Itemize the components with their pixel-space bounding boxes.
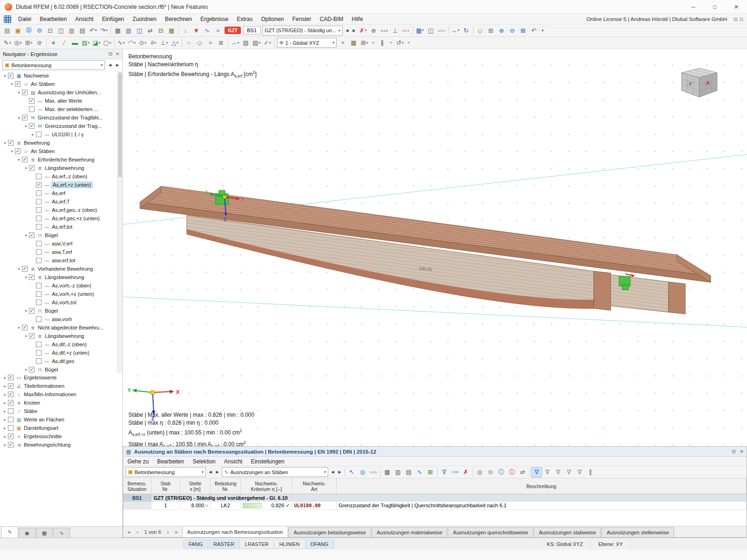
- table-tab-1[interactable]: Ausnutzungen nach Bemessungssituation: [182, 526, 288, 537]
- tree-item[interactable]: —As,vorh,-z (oben): [0, 281, 122, 290]
- checkbox[interactable]: ✓: [22, 325, 28, 330]
- table-view-full-icon[interactable]: ▥: [393, 467, 403, 477]
- find-in-table-icon[interactable]: ◎: [357, 467, 368, 477]
- checkbox[interactable]: [36, 207, 42, 213]
- chevron-down-icon[interactable]: ▾: [16, 158, 22, 162]
- tree-item[interactable]: —As,erf,ges,-z (oben): [0, 206, 122, 214]
- print-icon[interactable]: ⊡: [45, 25, 56, 35]
- checkbox[interactable]: [8, 425, 14, 431]
- section-cut-icon[interactable]: ≈: [205, 38, 216, 48]
- checkbox[interactable]: ✓: [29, 165, 35, 171]
- chevron-down-icon[interactable]: ▾: [23, 309, 29, 313]
- column-header[interactable]: Nachweis-Kriterium η [--]: [241, 478, 292, 494]
- values-on-surfaces-icon[interactable]: x.x.x: [436, 25, 447, 35]
- load-cases-icon[interactable]: ↓: [180, 25, 191, 35]
- snap-toggle-raster[interactable]: RASTER: [208, 540, 240, 548]
- checkbox[interactable]: [36, 249, 42, 255]
- column-header[interactable]: Nachweis-Art: [292, 478, 337, 494]
- table-menu-einstellungen[interactable]: Einstellungen: [247, 457, 289, 466]
- table-group-row[interactable]: BS1 GZT (STR/GEO) - Ständig und vorüberg…: [123, 494, 747, 502]
- checkbox[interactable]: ✓: [8, 392, 14, 397]
- tree-item[interactable]: ▸—UL0100 | 1 / γ: [0, 130, 122, 139]
- clipboard-icon[interactable]: ▤: [77, 25, 88, 35]
- tree-item[interactable]: —asw,V,erf: [0, 239, 122, 248]
- close-button[interactable]: ✕: [726, 0, 747, 14]
- checkbox[interactable]: [36, 283, 42, 288]
- tree-item[interactable]: —As,vorh,tot: [0, 298, 122, 307]
- tree-item[interactable]: —asw,T,erf: [0, 248, 122, 256]
- coordinate-system-status[interactable]: KS: Global XYZ: [539, 540, 590, 548]
- checkbox[interactable]: ✓: [8, 400, 14, 406]
- menu-bearbeiten[interactable]: Bearbeiten: [35, 14, 71, 24]
- work-plane-status[interactable]: Ebene: XY: [590, 540, 630, 548]
- tree-item[interactable]: ▾✓MGrenzzustand der Tragfähi...: [0, 113, 122, 122]
- previous-view-icon[interactable]: ↶: [529, 25, 539, 35]
- snap-toggle-hlinien[interactable]: HLINIEN: [274, 540, 305, 548]
- result-navigator-combo[interactable]: ▣ Betonbemessung ▾: [2, 60, 105, 70]
- tree-item[interactable]: ▸✓↕Max/Min-Informationen: [0, 390, 122, 399]
- visibility-modes-icon[interactable]: ▧▾: [251, 38, 262, 48]
- tree-item[interactable]: —As,erf,T: [0, 197, 122, 206]
- checkbox[interactable]: ✓: [22, 266, 28, 272]
- checkbox[interactable]: [36, 190, 42, 196]
- chevron-right-icon[interactable]: ▸: [2, 409, 8, 413]
- table-row[interactable]: 1 8.000½ LK2 0.826 ✓ UL0100.00 Grenzzust…: [123, 502, 747, 510]
- info-warnings-icon[interactable]: ⓘ: [507, 467, 517, 477]
- table-grid-icon[interactable]: ▦: [113, 25, 123, 35]
- prev-navigator-button[interactable]: ◀: [106, 60, 113, 70]
- menu-ergebnisse[interactable]: Ergebnisse: [196, 14, 233, 24]
- chevron-down-icon[interactable]: ▾: [16, 326, 22, 330]
- column-header[interactable]: Stellex [m]: [180, 478, 211, 494]
- menu-hilfe[interactable]: Hilfe: [347, 14, 367, 24]
- filter-results-icon[interactable]: ∇: [439, 467, 450, 477]
- chevron-right-icon[interactable]: ▸: [2, 401, 8, 405]
- info-comments-icon[interactable]: ⓘ: [496, 467, 507, 477]
- tree-item[interactable]: —As,dif,+z (unten): [0, 349, 122, 357]
- dock-table-panel-icon[interactable]: ⊟: [732, 449, 735, 454]
- navigator-tab-ansichten[interactable]: ▦: [36, 528, 53, 538]
- checkbox[interactable]: ✓: [29, 123, 35, 129]
- filter-member-icon[interactable]: ∇: [574, 467, 585, 477]
- checkbox[interactable]: [36, 224, 42, 230]
- filter-section-icon[interactable]: ∇: [564, 467, 574, 477]
- redo-icon[interactable]: ↷▾: [99, 25, 109, 35]
- snap-toggle-fang[interactable]: FANG: [183, 540, 208, 548]
- checkbox[interactable]: [8, 417, 14, 422]
- decimal-places-icon[interactable]: 0.00: [450, 467, 460, 477]
- menu-ansicht[interactable]: Ansicht: [71, 14, 98, 24]
- table-manager-icon[interactable]: ▦: [166, 25, 177, 35]
- checkbox[interactable]: [36, 199, 42, 204]
- deselect-icon[interactable]: ⊘: [34, 38, 45, 48]
- snap-toggle-lraster[interactable]: LRASTER: [240, 540, 275, 548]
- tree-item[interactable]: ✓—As,erf,+z (unten): [0, 181, 122, 189]
- checkbox[interactable]: [36, 342, 42, 347]
- tree-item[interactable]: —As,erf,tot: [0, 223, 122, 231]
- settings-gear-icon[interactable]: ⚙: [34, 25, 45, 35]
- chevron-down-icon[interactable]: ▾: [16, 116, 22, 120]
- zoom-out-icon[interactable]: ⊖: [507, 25, 518, 35]
- new-opening-icon[interactable]: ▢▾: [102, 38, 113, 48]
- new-member-icon[interactable]: ▬: [70, 38, 80, 48]
- checkbox[interactable]: ✓: [22, 115, 28, 120]
- checkbox[interactable]: ✓: [22, 90, 28, 95]
- chevron-down-icon[interactable]: ▾: [23, 368, 29, 372]
- menu-fenster[interactable]: Fenster: [288, 14, 316, 24]
- first-page-button[interactable]: «: [126, 529, 133, 535]
- snap-toggle-ofang[interactable]: OFANG: [305, 540, 334, 548]
- prev-page-button[interactable]: ‹: [134, 529, 141, 535]
- new-line-icon[interactable]: ∕: [59, 38, 70, 48]
- delete-filter-icon[interactable]: ✗: [460, 467, 471, 477]
- column-settings-icon[interactable]: ∥: [585, 467, 596, 477]
- checkbox[interactable]: ✓: [22, 157, 28, 162]
- last-page-button[interactable]: »: [173, 529, 180, 535]
- navigator-tab-daten[interactable]: ✎: [1, 526, 18, 538]
- prev-category-button[interactable]: ◀: [207, 467, 214, 477]
- toolbar2-overflow-1[interactable]: »: [370, 38, 377, 48]
- tree-item[interactable]: ▾✓≣Längsbewehrung: [0, 273, 122, 281]
- select-all-icon[interactable]: ⊞▾: [23, 38, 34, 48]
- next-table-button[interactable]: ▶: [336, 467, 343, 477]
- tree-item[interactable]: ▾✓▱An Stäben: [0, 80, 122, 88]
- column-header[interactable]: Bemess.Situation: [123, 478, 151, 494]
- node-snap-icon[interactable]: ⊙▾: [137, 38, 148, 48]
- tree-item[interactable]: ▸✓⇉Bewehrungsrichtung: [0, 441, 122, 449]
